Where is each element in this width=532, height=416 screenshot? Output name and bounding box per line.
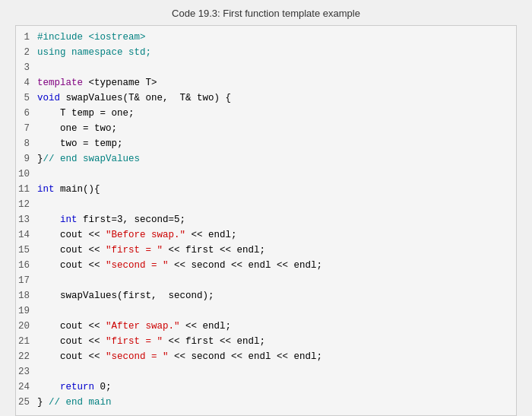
line-content: int first=3, second=5;: [37, 213, 516, 227]
line-number: 15: [16, 243, 37, 258]
code-line: 9}// end swapValues: [16, 152, 516, 167]
line-number: 16: [16, 259, 37, 273]
line-content: cout << "second = " << second << endl <<…: [37, 350, 516, 364]
line-number: 22: [16, 350, 37, 364]
line-number: 23: [16, 365, 37, 379]
line-number: 8: [16, 137, 37, 151]
line-content: [37, 274, 516, 288]
line-number: 7: [16, 122, 37, 136]
line-number: 11: [16, 183, 37, 197]
code-line: 17: [16, 274, 516, 289]
line-number: 10: [16, 167, 37, 182]
line-content: one = two;: [37, 122, 516, 136]
line-content: [37, 61, 516, 75]
line-number: 25: [16, 395, 37, 410]
code-line: 24 return 0;: [16, 380, 516, 395]
code-line: 6 T temp = one;: [16, 106, 516, 122]
line-content: cout << "first = " << first << endl;: [37, 243, 516, 258]
code-line: 14 cout << "Before swap." << endl;: [16, 228, 516, 243]
code-line: 8 two = temp;: [16, 137, 516, 152]
code-line: 5void swapValues(T& one, T& two) {: [16, 91, 516, 106]
line-content: cout << "second = " << second << endl <<…: [37, 259, 516, 273]
code-line: 19: [16, 304, 516, 319]
line-content: } // end main: [37, 395, 516, 410]
code-line: 23: [16, 365, 516, 380]
line-number: 19: [16, 304, 37, 319]
code-line: 13 int first=3, second=5;: [16, 213, 516, 228]
code-line: 16 cout << "second = " << second << endl…: [16, 259, 516, 274]
line-number: 2: [16, 46, 37, 60]
line-number: 3: [16, 61, 37, 75]
code-line: 10: [16, 167, 516, 183]
line-content: int main(){: [37, 183, 516, 197]
line-number: 12: [16, 198, 37, 212]
line-content: [37, 198, 516, 212]
line-number: 13: [16, 213, 37, 227]
code-line: 2using namespace std;: [16, 46, 516, 61]
code-line: 4template <typename T>: [16, 76, 516, 91]
code-line: 21 cout << "first = " << first << endl;: [16, 335, 516, 350]
line-number: 14: [16, 228, 37, 243]
line-content: cout << "After swap." << endl;: [37, 319, 516, 334]
line-number: 21: [16, 335, 37, 349]
line-content: [37, 304, 516, 319]
line-content: template <typename T>: [37, 76, 516, 91]
line-content: return 0;: [37, 380, 516, 395]
line-content: [37, 365, 516, 379]
code-line: 20 cout << "After swap." << endl;: [16, 319, 516, 335]
line-number: 4: [16, 76, 37, 91]
line-content: }// end swapValues: [37, 152, 516, 167]
line-number: 17: [16, 274, 37, 288]
line-content: #include <iostream>: [37, 30, 516, 45]
line-content: T temp = one;: [37, 106, 516, 121]
line-number: 6: [16, 106, 37, 121]
line-content: void swapValues(T& one, T& two) {: [37, 91, 516, 106]
line-number: 9: [16, 152, 37, 167]
line-content: [37, 167, 516, 182]
page-title: Code 19.3: First function template examp…: [15, 8, 517, 19]
line-number: 1: [16, 30, 37, 45]
code-line: 3: [16, 61, 516, 76]
code-line: 12: [16, 198, 516, 213]
line-content: swapValues(first, second);: [37, 289, 516, 303]
code-line: 25} // end main: [16, 395, 516, 411]
line-content: using namespace std;: [37, 46, 516, 60]
code-line: 18 swapValues(first, second);: [16, 289, 516, 304]
line-number: 20: [16, 319, 37, 334]
line-number: 18: [16, 289, 37, 303]
code-line: 11int main(){: [16, 183, 516, 198]
code-container: 1#include <iostream>2using namespace std…: [15, 25, 517, 416]
line-number: 5: [16, 91, 37, 106]
code-line: 7 one = two;: [16, 122, 516, 137]
code-line: 22 cout << "second = " << second << endl…: [16, 350, 516, 365]
line-content: cout << "first = " << first << endl;: [37, 335, 516, 349]
line-number: 24: [16, 380, 37, 395]
line-content: cout << "Before swap." << endl;: [37, 228, 516, 243]
code-line: 15 cout << "first = " << first << endl;: [16, 243, 516, 259]
code-line: 1#include <iostream>: [16, 30, 516, 46]
line-content: two = temp;: [37, 137, 516, 151]
